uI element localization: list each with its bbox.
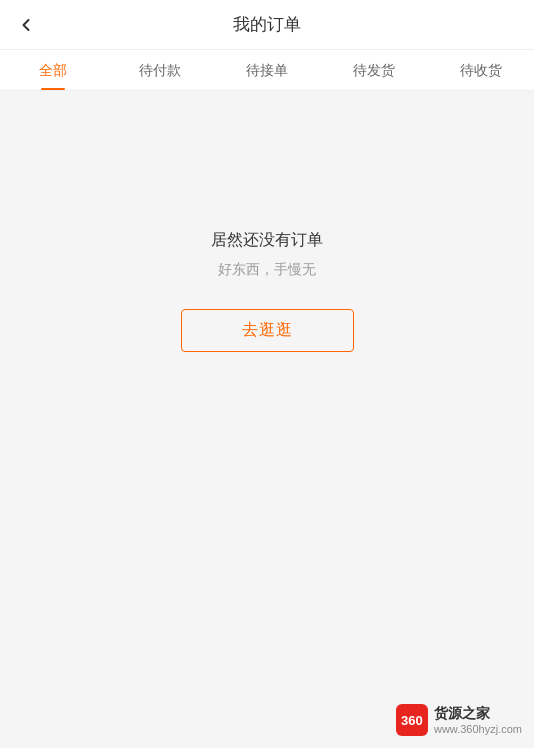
browse-button[interactable]: 去逛逛 bbox=[181, 309, 354, 352]
tab-pending-accept[interactable]: 待接单 bbox=[214, 50, 321, 90]
tab-pending-payment[interactable]: 待付款 bbox=[107, 50, 214, 90]
watermark-text: 货源之家 www.360hyzj.com bbox=[434, 705, 522, 735]
empty-title: 居然还没有订单 bbox=[211, 230, 323, 251]
tab-pending-receive[interactable]: 待收货 bbox=[427, 50, 534, 90]
watermark: 360 货源之家 www.360hyzj.com bbox=[396, 704, 522, 736]
header: 我的订单 bbox=[0, 0, 534, 50]
page-title: 我的订单 bbox=[233, 13, 301, 36]
watermark-name: 货源之家 bbox=[434, 705, 522, 723]
watermark-logo: 360 bbox=[396, 704, 428, 736]
tab-pending-ship[interactable]: 待发货 bbox=[320, 50, 427, 90]
empty-subtitle: 好东西，手慢无 bbox=[218, 261, 316, 279]
watermark-url: www.360hyzj.com bbox=[434, 723, 522, 735]
tab-all[interactable]: 全部 bbox=[0, 50, 107, 90]
empty-state-container: 居然还没有订单 好东西，手慢无 去逛逛 bbox=[0, 91, 534, 491]
tab-bar: 全部 待付款 待接单 待发货 待收货 bbox=[0, 50, 534, 91]
back-button[interactable] bbox=[16, 15, 36, 35]
